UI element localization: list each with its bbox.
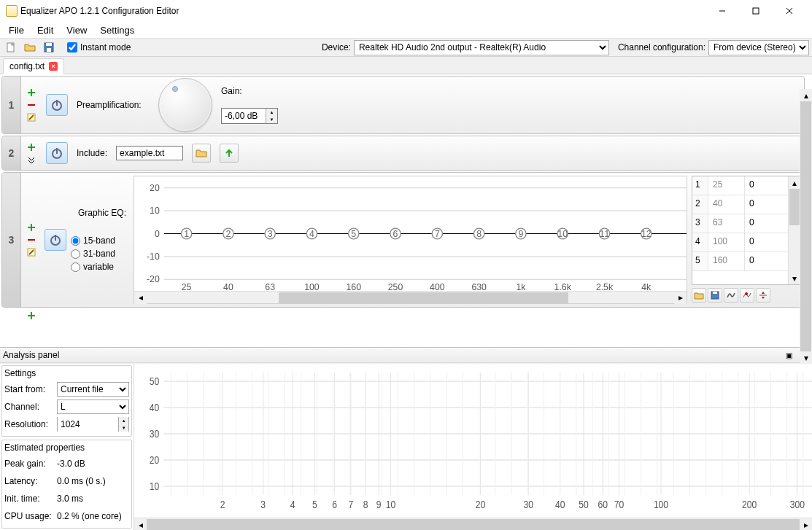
- filter-row-graphic-eq: 3 Graphic EQ: 15-band 31-band variable: [1, 172, 805, 308]
- table-row[interactable]: 2400: [692, 195, 788, 214]
- toolbar: Instant mode Device: Realtek HD Audio 2n…: [0, 38, 812, 57]
- filter-controls: [21, 77, 42, 133]
- svg-text:-20: -20: [147, 274, 160, 284]
- filter-handle[interactable]: 3: [2, 173, 21, 307]
- filter-controls: [21, 136, 42, 170]
- spin-up-icon[interactable]: ▲: [266, 109, 277, 116]
- table-row[interactable]: 51600: [692, 252, 788, 271]
- remove-filter-icon[interactable]: [26, 235, 36, 245]
- svg-text:4: 4: [309, 229, 314, 239]
- table-row[interactable]: 41000: [692, 233, 788, 252]
- gain-knob[interactable]: [158, 78, 212, 132]
- table-row[interactable]: 3630: [692, 214, 788, 233]
- svg-text:40: 40: [555, 499, 565, 510]
- minimize-button[interactable]: [705, 0, 739, 22]
- radio-31-band[interactable]: 31-band: [71, 249, 129, 259]
- geq-table-scrollbar[interactable]: ▴ ▾: [788, 176, 800, 284]
- resolution-spinbox[interactable]: ▲▼: [57, 417, 129, 432]
- start-from-select[interactable]: Current file: [57, 382, 129, 397]
- app-icon: [6, 5, 18, 17]
- svg-point-75: [745, 292, 748, 295]
- spin-down-icon[interactable]: ▼: [119, 424, 128, 432]
- reset-icon[interactable]: [756, 288, 770, 303]
- svg-text:10: 10: [557, 229, 568, 239]
- svg-rect-6: [46, 43, 52, 46]
- instant-mode-checkbox[interactable]: Instant mode: [67, 42, 131, 52]
- new-file-button[interactable]: [3, 39, 19, 55]
- svg-text:9: 9: [518, 229, 523, 239]
- normalize-icon[interactable]: [740, 288, 754, 303]
- svg-text:1k: 1k: [516, 282, 526, 291]
- svg-text:5: 5: [312, 499, 317, 510]
- save-file-button[interactable]: [41, 39, 57, 55]
- scroll-down-icon[interactable]: ▾: [800, 351, 812, 364]
- gain-spinbox[interactable]: ▲▼: [221, 108, 278, 124]
- undock-icon[interactable]: ▣: [783, 349, 794, 361]
- scroll-left-icon[interactable]: ◂: [134, 518, 147, 530]
- radio-15-band[interactable]: 15-band: [71, 235, 129, 246]
- add-filter-bottom[interactable]: [0, 309, 812, 322]
- scroll-left-icon[interactable]: ◂: [134, 292, 147, 304]
- channel-config-select[interactable]: From device (Stereo): [708, 40, 809, 55]
- browse-button[interactable]: [192, 144, 211, 163]
- save-preset-icon[interactable]: [708, 288, 722, 303]
- go-button[interactable]: [220, 144, 239, 163]
- open-file-button[interactable]: [22, 39, 38, 55]
- analysis-horizontal-scrollbar[interactable]: ◂ ▸: [134, 518, 812, 530]
- remove-filter-icon[interactable]: [26, 100, 36, 110]
- svg-text:100: 100: [304, 282, 320, 291]
- power-button[interactable]: [45, 229, 66, 251]
- scroll-down-icon[interactable]: ▾: [789, 272, 800, 284]
- edit-filter-icon[interactable]: [26, 247, 36, 257]
- scroll-right-icon[interactable]: ▸: [674, 292, 687, 304]
- scroll-up-icon[interactable]: ▴: [789, 176, 800, 189]
- radio-variable[interactable]: variable: [71, 262, 129, 272]
- svg-text:4k: 4k: [641, 282, 651, 291]
- tab-bar: config.txt ×: [0, 57, 812, 74]
- geq-table[interactable]: 1250240036304100051600 ▴ ▾: [692, 176, 801, 285]
- spin-down-icon[interactable]: ▼: [266, 116, 277, 123]
- filter-handle[interactable]: 1: [2, 77, 21, 133]
- add-filter-icon[interactable]: [26, 311, 36, 321]
- svg-text:3: 3: [268, 229, 273, 239]
- resolution-label: Resolution:: [4, 419, 57, 429]
- import-icon[interactable]: [692, 288, 706, 303]
- close-button[interactable]: [773, 0, 806, 22]
- add-filter-icon[interactable]: [26, 87, 36, 98]
- svg-text:3: 3: [260, 499, 266, 510]
- spin-up-icon[interactable]: ▲: [119, 417, 128, 424]
- menu-file[interactable]: File: [3, 23, 30, 38]
- svg-text:2: 2: [225, 229, 231, 239]
- svg-text:20: 20: [476, 499, 485, 510]
- filter-handle[interactable]: 2: [2, 136, 21, 170]
- add-filter-icon[interactable]: [26, 142, 36, 152]
- include-input[interactable]: [116, 146, 183, 160]
- edit-filter-icon[interactable]: [26, 112, 36, 122]
- scroll-right-icon[interactable]: ▸: [800, 518, 812, 530]
- channel-select[interactable]: L: [57, 400, 129, 414]
- main-vertical-scrollbar[interactable]: ▴ ▾: [800, 89, 812, 364]
- analysis-title: Analysis panel: [3, 350, 780, 360]
- tab-configtxt[interactable]: config.txt ×: [3, 58, 64, 74]
- geq-graph[interactable]: 20100-10-20 123456789101112 254063100160…: [134, 176, 687, 304]
- menu-settings[interactable]: Settings: [94, 23, 140, 38]
- power-button[interactable]: [46, 142, 68, 164]
- add-filter-icon[interactable]: [26, 222, 36, 233]
- svg-text:2: 2: [220, 499, 225, 510]
- device-select[interactable]: Realtek HD Audio 2nd output - Realtek(R)…: [354, 40, 609, 55]
- table-row[interactable]: 1250: [692, 176, 788, 195]
- expand-icon[interactable]: [26, 155, 36, 165]
- power-button[interactable]: [46, 94, 68, 116]
- scroll-up-icon[interactable]: ▴: [800, 89, 812, 101]
- invert-icon[interactable]: [724, 288, 738, 303]
- geq-horizontal-scrollbar[interactable]: ◂ ▸: [134, 291, 687, 303]
- peak-gain-value: -3.0 dB: [57, 459, 129, 469]
- maximize-button[interactable]: [739, 0, 773, 22]
- tab-close-icon[interactable]: ×: [49, 62, 58, 71]
- analysis-panel-header: Analysis panel ▣ ✕: [0, 347, 812, 363]
- svg-text:250: 250: [388, 282, 403, 291]
- menu-edit[interactable]: Edit: [31, 23, 59, 38]
- menu-view[interactable]: View: [61, 23, 93, 38]
- svg-text:20: 20: [150, 183, 160, 193]
- analysis-graph[interactable]: 5040302010 23456789102030405060701002003…: [134, 364, 812, 530]
